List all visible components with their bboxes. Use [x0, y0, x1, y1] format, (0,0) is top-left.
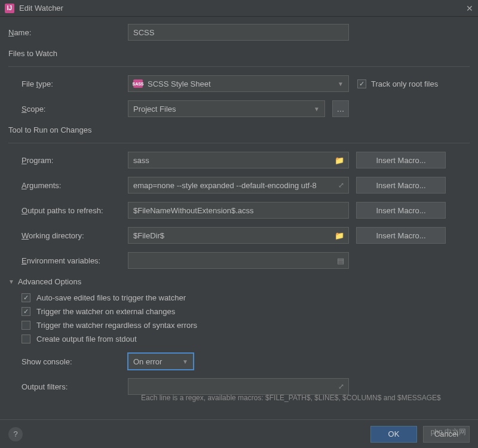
insert-macro-output-button[interactable]: Insert Macro...: [356, 202, 446, 219]
arguments-input[interactable]: [128, 177, 349, 194]
output-paths-label: Output paths to refresh:: [8, 206, 128, 215]
arguments-label: Arguments:: [8, 181, 128, 190]
track-root-checkbox[interactable]: ✓: [357, 79, 366, 88]
close-icon[interactable]: ✕: [466, 4, 473, 13]
show-console-select[interactable]: On error ▼: [128, 353, 194, 370]
scope-label: Scope:: [8, 105, 128, 113]
ok-button[interactable]: OK: [370, 426, 417, 443]
trigger-syntax-label: Trigger the watcher regardless of syntax…: [36, 321, 197, 330]
output-filters-hint: Each line is a regex, available macros: …: [8, 394, 470, 402]
help-button[interactable]: ?: [8, 427, 23, 441]
sass-icon: SASS: [133, 79, 143, 88]
chevron-down-icon: ▼: [338, 81, 344, 87]
show-console-label: Show console:: [8, 357, 128, 366]
chevron-down-icon: ▼: [182, 358, 188, 365]
chevron-down-icon: ▼: [314, 106, 320, 112]
scope-browse-button[interactable]: …: [332, 100, 349, 117]
file-type-label: File type:: [8, 79, 128, 88]
name-label: Name:: [8, 28, 128, 37]
expand-icon[interactable]: ⤢: [338, 382, 344, 391]
name-input[interactable]: [128, 24, 349, 41]
env-vars-label: Environment variables:: [8, 256, 128, 265]
working-dir-label: Working directory:: [8, 231, 128, 240]
track-root-label: Track only root files: [371, 79, 438, 88]
disclosure-icon[interactable]: ▼: [8, 278, 14, 285]
program-label: Program:: [8, 156, 128, 165]
files-to-watch-header: Files to Watch: [8, 49, 470, 58]
insert-macro-arguments-button[interactable]: Insert Macro...: [356, 177, 446, 194]
trigger-syntax-checkbox[interactable]: ✓: [22, 321, 30, 330]
create-stdout-label: Create output file from stdout: [36, 335, 137, 343]
env-vars-input[interactable]: [128, 252, 349, 269]
trigger-external-label: Trigger the watcher on external changes: [36, 307, 175, 316]
list-icon[interactable]: ▤: [337, 256, 344, 265]
scope-dropdown[interactable]: Project Files ▼: [128, 100, 325, 117]
dialog-title: Edit Watcher: [19, 4, 466, 13]
auto-save-checkbox[interactable]: ✓: [22, 293, 30, 302]
program-input[interactable]: [128, 152, 349, 168]
tool-to-run-header: Tool to Run on Changes: [8, 125, 470, 134]
folder-icon[interactable]: 📁: [335, 156, 344, 165]
cancel-button[interactable]: Cancel: [423, 426, 470, 443]
output-filters-input[interactable]: [128, 378, 349, 395]
insert-macro-program-button[interactable]: Insert Macro...: [356, 152, 446, 168]
scope-value: Project Files: [133, 105, 176, 113]
app-icon: IJ: [5, 4, 14, 13]
show-console-value: On error: [133, 357, 162, 366]
file-type-value: SCSS Style Sheet: [148, 79, 211, 88]
working-dir-input[interactable]: [128, 227, 349, 244]
output-filters-label: Output filters:: [8, 382, 128, 391]
file-type-dropdown[interactable]: SASS SCSS Style Sheet ▼: [128, 75, 349, 92]
auto-save-label: Auto-save edited files to trigger the wa…: [36, 293, 186, 302]
insert-macro-workdir-button[interactable]: Insert Macro...: [356, 227, 446, 244]
create-stdout-checkbox[interactable]: ✓: [22, 335, 30, 343]
titlebar: IJ Edit Watcher ✕: [0, 0, 478, 17]
output-paths-input[interactable]: [128, 202, 349, 219]
trigger-external-checkbox[interactable]: ✓: [22, 307, 30, 316]
expand-icon[interactable]: ⤢: [338, 181, 344, 189]
advanced-options-header: Advanced Options: [18, 277, 81, 286]
folder-icon[interactable]: 📁: [335, 231, 344, 240]
